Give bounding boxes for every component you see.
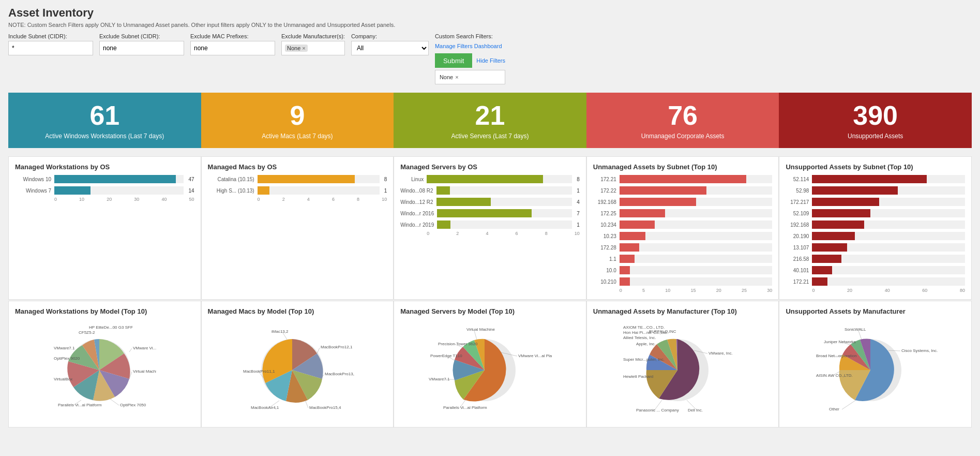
svg-text:AISIN AW CO.,LTD.: AISIN AW CO.,LTD. bbox=[816, 373, 853, 378]
chart-workstations-model-title: Managed Workstations by Model (Top 10) bbox=[15, 307, 194, 315]
svg-line-39 bbox=[474, 331, 477, 340]
bar-label: Windows 7 bbox=[15, 188, 51, 194]
svg-line-66 bbox=[858, 331, 862, 340]
summary-number-unsupported: 390 bbox=[785, 101, 966, 130]
workstations-os-barchart: Windows 10 47 Windows 7 14 bbox=[15, 175, 194, 202]
hide-filters-link[interactable]: Hide Filters bbox=[476, 57, 505, 64]
svg-text:MacBookAir4,1: MacBookAir4,1 bbox=[251, 405, 279, 410]
bar-track bbox=[427, 175, 572, 183]
custom-filter-remove[interactable]: × bbox=[455, 74, 458, 80]
bar-label: 10.23 bbox=[593, 233, 616, 239]
bar-row: 172.22 bbox=[593, 186, 773, 195]
exclude-manufacturer-input[interactable]: None × bbox=[281, 41, 345, 55]
svg-text:OptiPlex 9020: OptiPlex 9020 bbox=[54, 356, 80, 361]
exclude-subnet-label: Exclude Subnet (CIDR): bbox=[99, 33, 184, 39]
bar-row: Windo...r 2016 7 bbox=[400, 209, 580, 217]
chart-servers-model-title: Managed Servers by Model (Top 10) bbox=[400, 307, 580, 315]
chart-unsupported-manufacturer: Unsupported Assets by Manufacturer Cisco… bbox=[779, 301, 972, 428]
bar-label: 52.109 bbox=[786, 211, 809, 216]
bar-row: 216.58 bbox=[786, 255, 965, 263]
servers-model-pie: VMware Vi...al Platform Parallels Vi...a… bbox=[400, 319, 580, 421]
svg-text:MacBookPro15,4: MacBookPro15,4 bbox=[309, 405, 341, 410]
svg-text:Super Micr...puter, Inc.: Super Micr...puter, Inc. bbox=[623, 357, 665, 362]
svg-text:VirtualBox: VirtualBox bbox=[54, 377, 72, 381]
submit-button[interactable]: Submit bbox=[435, 53, 472, 68]
svg-text:VMware7.1: VMware7.1 bbox=[54, 346, 75, 350]
summary-card-macs[interactable]: 9 Active Macs (Last 7 days) bbox=[201, 93, 394, 148]
exclude-subnet-group: Exclude Subnet (CIDR): bbox=[99, 33, 184, 55]
workstations-model-svg: VMware Vi...al Platform Virtual Machine … bbox=[53, 323, 156, 417]
exclude-manufacturer-remove[interactable]: × bbox=[302, 45, 305, 51]
unsupported-subnet-barchart: 52.114 52.98 172.217 52.109 192.168 20.1… bbox=[786, 175, 965, 293]
bar-track bbox=[258, 175, 380, 183]
bar-fill bbox=[812, 175, 927, 183]
bar-fill bbox=[812, 232, 855, 240]
include-subnet-input[interactable] bbox=[8, 41, 93, 55]
bar-track bbox=[258, 186, 380, 195]
bar-fill bbox=[812, 243, 847, 252]
bar-value: 47 bbox=[188, 176, 194, 182]
svg-text:Other: Other bbox=[829, 407, 839, 411]
custom-filter-tag[interactable]: None × bbox=[435, 70, 505, 84]
svg-text:Allied Telesis, Inc.: Allied Telesis, Inc. bbox=[623, 335, 656, 340]
chart-unmanaged-subnet: Unmanaged Assets by Subnet (Top 10) 172.… bbox=[586, 156, 779, 300]
summary-card-unsupported[interactable]: 390 Unsupported Assets bbox=[779, 93, 972, 148]
bar-label: 192.168 bbox=[786, 222, 809, 228]
bar-row: 172.217 bbox=[786, 198, 965, 206]
bar-row: 172.21 bbox=[593, 175, 773, 183]
bar-fill bbox=[812, 198, 879, 206]
svg-text:Broad Net...orporation: Broad Net...orporation bbox=[816, 354, 857, 358]
bar-row: 52.109 bbox=[786, 209, 965, 217]
svg-text:HP EliteDe...00 G3 SFF: HP EliteDe...00 G3 SFF bbox=[89, 325, 133, 330]
bar-label: 172.22 bbox=[593, 188, 616, 194]
bar-track bbox=[620, 198, 773, 206]
svg-line-12 bbox=[110, 399, 119, 405]
company-label: Company: bbox=[351, 33, 429, 39]
chart-macs-model: Managed Macs by Model (Top 10) MacBookPr… bbox=[201, 301, 394, 428]
exclude-subnet-input[interactable] bbox=[99, 41, 184, 55]
svg-text:OptiPlex 7050: OptiPlex 7050 bbox=[120, 403, 146, 407]
exclude-mac-input[interactable] bbox=[190, 41, 275, 55]
bar-row: 13.107 bbox=[786, 243, 965, 252]
bar-row: 172.25 bbox=[593, 209, 773, 217]
unsupported-manufacturer-pie: Cisco Systems, Inc. Other AISIN AW CO.,L… bbox=[786, 319, 965, 421]
svg-text:VMware Vi...al Platform: VMware Vi...al Platform bbox=[133, 346, 156, 350]
bar-row: Windo...12 R2 4 bbox=[400, 198, 580, 206]
summary-card-windows[interactable]: 61 Active Windows Workstations (Last 7 d… bbox=[8, 93, 201, 148]
bar-value: 1 bbox=[384, 188, 387, 194]
bar-row: 192.168 bbox=[593, 198, 773, 206]
bar-fill bbox=[620, 232, 645, 240]
unmanaged-subnet-barchart: 172.21 172.22 192.168 172.25 10.234 10.2… bbox=[593, 175, 773, 293]
manage-filters-link[interactable]: Manage Filters Dashboard bbox=[435, 43, 505, 49]
chart-unmanaged-manufacturer-title: Unmanaged Assets by Manufacturer (Top 10… bbox=[593, 307, 773, 315]
bar-track bbox=[812, 277, 965, 286]
svg-text:Hon Hai Pi...nd. Co.,Ltd.: Hon Hai Pi...nd. Co.,Ltd. bbox=[623, 330, 668, 335]
bar-row: 192.168 bbox=[786, 220, 965, 229]
bar-value: 8 bbox=[384, 176, 387, 182]
custom-filters-section: Custom Search Filters: Manage Filters Da… bbox=[435, 33, 505, 84]
bar-track bbox=[54, 186, 184, 195]
summary-number-macs: 9 bbox=[207, 101, 388, 130]
bar-track bbox=[812, 243, 965, 252]
bar-label: 52.114 bbox=[786, 176, 809, 182]
bar-label: 192.168 bbox=[593, 199, 616, 205]
bar-label: 10.210 bbox=[593, 279, 616, 285]
bar-track bbox=[620, 255, 773, 263]
bar-label: 172.28 bbox=[593, 245, 616, 251]
summary-card-unmanaged[interactable]: 76 Unmanaged Corporate Assets bbox=[586, 93, 779, 148]
bar-value: 4 bbox=[577, 199, 580, 205]
bar-fill bbox=[620, 243, 639, 252]
bar-track bbox=[436, 198, 572, 206]
svg-text:MacBookPro13,1: MacBookPro13,1 bbox=[325, 372, 354, 376]
company-select[interactable]: All bbox=[351, 41, 429, 55]
chart-unsupported-manufacturer-title: Unsupported Assets by Manufacturer bbox=[786, 307, 965, 315]
chart-workstations-os: Managed Workstations by OS Windows 10 47… bbox=[8, 156, 201, 300]
page-note: NOTE: Custom Search Filters apply ONLY t… bbox=[8, 22, 972, 28]
svg-text:Virtual Machine: Virtual Machine bbox=[466, 327, 495, 332]
unmanaged-subnet-bars: 172.21 172.22 192.168 172.25 10.234 10.2… bbox=[593, 175, 773, 286]
bar-track bbox=[620, 186, 773, 195]
unsupported-subnet-bars: 52.114 52.98 172.217 52.109 192.168 20.1… bbox=[786, 175, 965, 286]
bar-fill bbox=[54, 186, 91, 195]
bar-track bbox=[437, 209, 572, 217]
summary-card-servers[interactable]: 21 Active Servers (Last 7 days) bbox=[394, 93, 586, 148]
